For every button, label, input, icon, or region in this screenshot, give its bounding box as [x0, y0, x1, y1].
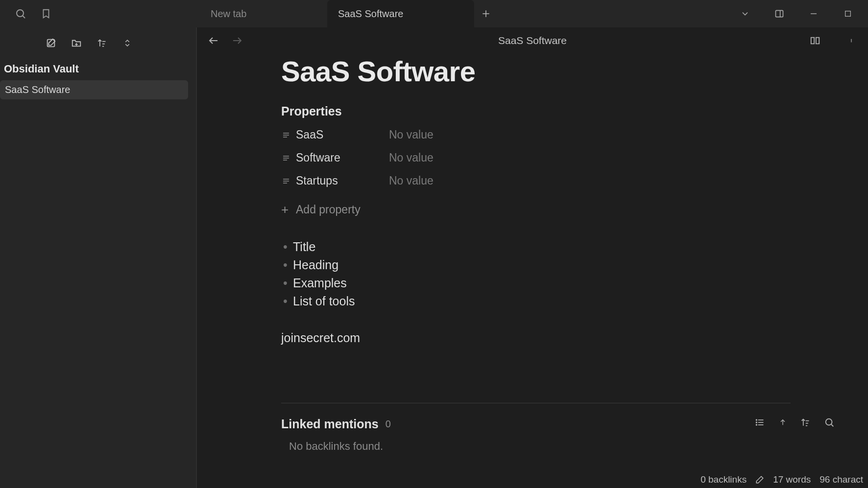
bookmark-icon[interactable] [40, 8, 52, 20]
linked-mentions-count: 0 [386, 418, 391, 430]
linked-mentions-heading[interactable]: Linked mentions [281, 417, 379, 431]
file-sidebar: Obsidian Vault SaaS Software [0, 27, 197, 488]
note-text-line[interactable]: joinsecret.com [281, 331, 791, 345]
property-key[interactable]: Software [296, 151, 389, 164]
new-tab-button[interactable] [474, 0, 498, 27]
search-icon[interactable] [15, 8, 26, 20]
text-property-icon [281, 177, 296, 185]
editor-breadcrumb[interactable]: SaaS Software [498, 35, 567, 46]
status-backlinks[interactable]: 0 backlinks [700, 474, 747, 485]
window-maximize-icon[interactable] [843, 8, 853, 19]
property-value[interactable]: No value [389, 128, 434, 141]
property-row[interactable]: Startups No value [281, 174, 791, 187]
sort-icon[interactable] [96, 37, 108, 49]
status-bar: 0 backlinks 17 words 96 charact [698, 472, 866, 487]
search-mentions-icon[interactable] [824, 417, 835, 428]
status-chars[interactable]: 96 charact [820, 474, 863, 485]
svg-point-19 [851, 39, 851, 40]
text-property-icon [281, 131, 296, 139]
property-row[interactable]: Software No value [281, 151, 791, 164]
property-value[interactable]: No value [389, 151, 434, 164]
svg-point-20 [851, 40, 851, 41]
svg-point-36 [756, 424, 757, 425]
titlebar: New tab SaaS Software [0, 0, 868, 27]
list-view-icon[interactable] [754, 418, 765, 427]
tab-label: SaaS Software [338, 8, 403, 20]
tab-inactive[interactable]: New tab [200, 0, 327, 27]
expand-collapse-icon[interactable] [121, 37, 133, 49]
bullet-item[interactable]: Heading [281, 256, 791, 274]
plus-icon: + [281, 202, 296, 217]
vault-name[interactable]: Obsidian Vault [0, 56, 196, 79]
property-key[interactable]: Startups [296, 174, 389, 187]
svg-point-34 [756, 419, 757, 420]
svg-point-21 [851, 42, 851, 42]
property-value[interactable]: No value [389, 174, 434, 187]
note-bullets[interactable]: Title Heading Examples List of tools [281, 238, 791, 310]
add-property-button[interactable]: + Add property [281, 202, 791, 217]
svg-point-35 [756, 422, 757, 423]
new-note-icon[interactable] [45, 37, 57, 49]
status-words[interactable]: 17 words [773, 474, 811, 485]
add-property-label: Add property [296, 203, 361, 216]
svg-line-43 [831, 424, 833, 426]
property-key[interactable]: SaaS [296, 128, 389, 141]
svg-line-3 [457, 11, 462, 17]
svg-rect-9 [845, 11, 851, 17]
sidebar-toggle-icon[interactable] [774, 8, 785, 19]
editor-header: SaaS Software [197, 27, 868, 54]
close-tab-icon[interactable] [455, 9, 463, 18]
svg-rect-6 [776, 10, 783, 17]
tab-dropdown-icon[interactable] [740, 8, 750, 19]
more-options-icon[interactable] [844, 34, 858, 47]
property-row[interactable]: SaaS No value [281, 128, 791, 141]
tab-label: New tab [211, 8, 246, 20]
tab-active[interactable]: SaaS Software [327, 0, 474, 27]
svg-line-2 [457, 11, 462, 17]
file-item[interactable]: SaaS Software [0, 80, 188, 99]
bullet-item[interactable]: List of tools [281, 292, 791, 310]
svg-point-42 [826, 419, 832, 425]
forward-icon[interactable] [230, 34, 244, 47]
file-name: SaaS Software [5, 84, 70, 95]
svg-point-0 [17, 10, 24, 17]
tab-strip: New tab SaaS Software [200, 0, 498, 27]
text-property-icon [281, 154, 296, 162]
bullet-item[interactable]: Title [281, 238, 791, 256]
edit-mode-icon[interactable] [755, 475, 764, 484]
new-folder-icon[interactable] [71, 37, 82, 49]
window-minimize-icon[interactable] [808, 8, 819, 19]
note-title[interactable]: SaaS Software [281, 55, 791, 88]
sort-order-icon[interactable] [800, 417, 810, 428]
reading-view-icon[interactable] [808, 34, 822, 47]
back-icon[interactable] [207, 34, 220, 47]
no-backlinks-text: No backlinks found. [281, 440, 791, 453]
properties-heading: Properties [281, 104, 791, 118]
bullet-item[interactable]: Examples [281, 274, 791, 292]
svg-line-1 [23, 16, 25, 19]
sort-up-icon[interactable] [779, 417, 787, 428]
